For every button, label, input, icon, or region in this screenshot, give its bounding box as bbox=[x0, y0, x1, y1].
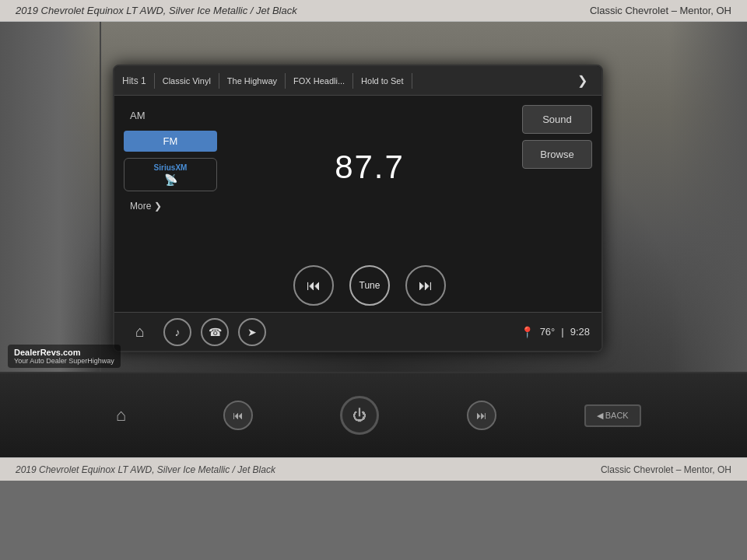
more-button[interactable]: More ❯ bbox=[124, 196, 217, 216]
tune-button[interactable]: Tune bbox=[349, 265, 390, 306]
nav-icons: ⌂ ♪ ☎ ➤ bbox=[126, 318, 266, 346]
left-controls: AM FM SiriusXM 📡 More ❯ bbox=[124, 105, 217, 341]
forward-button[interactable]: ⏭ bbox=[405, 265, 446, 306]
phone-nav-icon[interactable]: ☎ bbox=[201, 318, 229, 346]
caption-dealer: Classic Chevrolet – Mentor, OH bbox=[601, 464, 731, 475]
physical-controls: ⌂ ⏮ ⏻ ⏭ ◀ BACK bbox=[0, 372, 747, 457]
physical-home-button[interactable]: ⌂ bbox=[106, 401, 135, 430]
screen-bottom-nav: ⌂ ♪ ☎ ➤ 📍 76° | 9:28 bbox=[114, 312, 601, 351]
sound-button[interactable]: Sound bbox=[522, 105, 592, 134]
temperature: 76° bbox=[540, 326, 556, 338]
infotainment-screen: Hits 1 Classic Vinyl The Highway FOX Hea… bbox=[113, 65, 603, 352]
browse-button[interactable]: Browse bbox=[522, 140, 592, 169]
header-title: 2019 Chevrolet Equinox LT AWD, Silver Ic… bbox=[16, 5, 297, 16]
clock-time: 9:28 bbox=[570, 326, 590, 338]
playback-controls: ⏮ Tune ⏭ bbox=[293, 265, 446, 306]
header-bar: 2019 Chevrolet Equinox LT AWD, Silver Ic… bbox=[0, 0, 747, 22]
time-separator: | bbox=[561, 326, 563, 338]
physical-forward-button[interactable]: ⏭ bbox=[467, 401, 496, 430]
preset-fox[interactable]: FOX Headli... bbox=[286, 73, 353, 89]
photo-area: Hits 1 Classic Vinyl The Highway FOX Hea… bbox=[0, 22, 747, 457]
physical-rewind-button[interactable]: ⏮ bbox=[223, 401, 253, 430]
physical-back-button[interactable]: ◀ BACK bbox=[584, 404, 641, 427]
location-icon: 📍 bbox=[521, 326, 534, 338]
siriusxm-signal-icon: 📡 bbox=[164, 173, 177, 186]
home-nav-icon[interactable]: ⌂ bbox=[126, 318, 154, 346]
rewind-icon: ⏮ bbox=[307, 278, 321, 294]
watermark: DealerRevs.com Your Auto Dealer SuperHig… bbox=[8, 345, 121, 368]
am-button[interactable]: AM bbox=[124, 105, 217, 126]
preset-classic-vinyl[interactable]: Classic Vinyl bbox=[155, 73, 219, 89]
preset-highway[interactable]: The Highway bbox=[219, 73, 286, 89]
watermark-brand: DealerRevs.com bbox=[14, 348, 114, 357]
status-bar: 📍 76° | 9:28 bbox=[521, 326, 590, 338]
caption-title: 2019 Chevrolet Equinox LT AWD, Silver Ic… bbox=[16, 464, 275, 475]
forward-icon: ⏭ bbox=[419, 278, 433, 294]
hits-label: Hits 1 bbox=[122, 75, 146, 86]
music-nav-icon[interactable]: ♪ bbox=[163, 318, 191, 346]
physical-power-button[interactable]: ⏻ bbox=[340, 396, 379, 435]
caption-bar: 2019 Chevrolet Equinox LT AWD, Silver Ic… bbox=[0, 457, 747, 481]
fm-button[interactable]: FM bbox=[124, 131, 217, 152]
watermark-tagline: Your Auto Dealer SuperHighway bbox=[14, 357, 114, 365]
hold-to-set: Hold to Set bbox=[353, 73, 412, 89]
preset-tabs: Classic Vinyl The Highway FOX Headli... … bbox=[154, 73, 571, 89]
right-buttons: Sound Browse bbox=[522, 105, 592, 341]
arrow-button[interactable]: ❯ bbox=[571, 73, 594, 88]
siriusxm-logo: SiriusXM bbox=[154, 163, 188, 172]
navigation-nav-icon[interactable]: ➤ bbox=[238, 318, 266, 346]
frequency-display: 87.7 bbox=[335, 149, 405, 186]
header-dealer: Classic Chevrolet – Mentor, OH bbox=[590, 5, 731, 16]
siriusxm-button[interactable]: SiriusXM 📡 bbox=[124, 158, 217, 191]
screen-top-bar: Hits 1 Classic Vinyl The Highway FOX Hea… bbox=[114, 66, 601, 96]
rewind-button[interactable]: ⏮ bbox=[293, 265, 334, 306]
center-area: 87.7 ⏮ Tune ⏭ bbox=[225, 105, 514, 341]
